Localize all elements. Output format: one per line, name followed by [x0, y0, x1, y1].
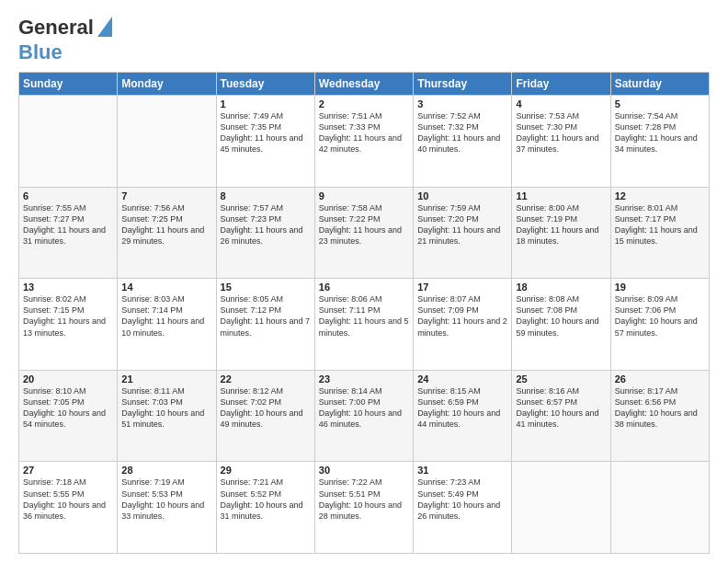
day-info: Sunrise: 7:19 AM Sunset: 5:53 PM Dayligh…	[121, 477, 211, 522]
calendar-body: 1Sunrise: 7:49 AM Sunset: 7:35 PM Daylig…	[19, 96, 710, 554]
column-headers: SundayMondayTuesdayWednesdayThursdayFrid…	[19, 73, 710, 96]
day-info: Sunrise: 7:49 AM Sunset: 7:35 PM Dayligh…	[221, 110, 311, 155]
day-info: Sunrise: 8:02 AM Sunset: 7:15 PM Dayligh…	[23, 293, 113, 339]
day-number: 30	[319, 465, 409, 476]
day-info: Sunrise: 8:08 AM Sunset: 7:08 PM Dayligh…	[516, 293, 606, 339]
day-number: 14	[121, 282, 211, 293]
column-header-monday: Monday	[118, 73, 216, 96]
day-number: 20	[23, 373, 113, 385]
calendar-cell: 20Sunrise: 8:10 AM Sunset: 7:05 PM Dayli…	[19, 370, 118, 462]
day-info: Sunrise: 8:15 AM Sunset: 6:59 PM Dayligh…	[417, 385, 507, 431]
day-info: Sunrise: 8:07 AM Sunset: 7:09 PM Dayligh…	[417, 293, 507, 339]
calendar-cell: 27Sunrise: 7:18 AM Sunset: 5:55 PM Dayli…	[19, 462, 118, 554]
day-number: 10	[417, 190, 507, 201]
calendar-cell: 25Sunrise: 8:16 AM Sunset: 6:57 PM Dayli…	[512, 370, 610, 462]
day-info: Sunrise: 8:10 AM Sunset: 7:05 PM Dayligh…	[23, 385, 113, 431]
column-header-saturday: Saturday	[610, 73, 709, 96]
day-number: 12	[615, 190, 705, 201]
calendar-cell	[512, 462, 610, 554]
svg-marker-0	[97, 17, 112, 37]
column-header-sunday: Sunday	[19, 73, 118, 96]
day-info: Sunrise: 7:56 AM Sunset: 7:25 PM Dayligh…	[121, 202, 211, 247]
calendar-cell: 18Sunrise: 8:08 AM Sunset: 7:08 PM Dayli…	[512, 279, 610, 371]
day-number: 9	[319, 190, 409, 201]
calendar-cell: 5Sunrise: 7:54 AM Sunset: 7:28 PM Daylig…	[610, 96, 709, 188]
day-info: Sunrise: 7:22 AM Sunset: 5:51 PM Dayligh…	[319, 477, 409, 522]
calendar-cell: 11Sunrise: 8:00 AM Sunset: 7:19 PM Dayli…	[512, 187, 610, 279]
logo-general: General	[18, 16, 94, 40]
calendar-cell: 3Sunrise: 7:52 AM Sunset: 7:32 PM Daylig…	[414, 96, 512, 188]
column-header-wednesday: Wednesday	[314, 73, 413, 96]
week-row-5: 27Sunrise: 7:18 AM Sunset: 5:55 PM Dayli…	[19, 462, 710, 554]
day-info: Sunrise: 8:14 AM Sunset: 7:00 PM Dayligh…	[319, 385, 409, 431]
day-info: Sunrise: 7:57 AM Sunset: 7:23 PM Dayligh…	[221, 202, 311, 247]
calendar-cell: 24Sunrise: 8:15 AM Sunset: 6:59 PM Dayli…	[414, 370, 512, 462]
day-number: 18	[516, 282, 606, 293]
calendar-table: SundayMondayTuesdayWednesdayThursdayFrid…	[18, 72, 710, 554]
day-info: Sunrise: 7:54 AM Sunset: 7:28 PM Dayligh…	[615, 110, 705, 155]
day-info: Sunrise: 8:12 AM Sunset: 7:02 PM Dayligh…	[221, 385, 311, 431]
calendar-cell: 30Sunrise: 7:22 AM Sunset: 5:51 PM Dayli…	[314, 462, 413, 554]
calendar-cell: 2Sunrise: 7:51 AM Sunset: 7:33 PM Daylig…	[314, 96, 413, 188]
column-header-thursday: Thursday	[414, 73, 512, 96]
day-info: Sunrise: 8:01 AM Sunset: 7:17 PM Dayligh…	[615, 202, 705, 247]
calendar-cell: 13Sunrise: 8:02 AM Sunset: 7:15 PM Dayli…	[19, 279, 118, 371]
day-number: 25	[516, 373, 606, 385]
day-info: Sunrise: 7:53 AM Sunset: 7:30 PM Dayligh…	[516, 110, 606, 155]
calendar-cell	[118, 96, 216, 188]
day-number: 26	[615, 373, 705, 385]
logo: General Blue	[18, 15, 112, 64]
day-number: 2	[319, 98, 409, 109]
calendar-cell: 6Sunrise: 7:55 AM Sunset: 7:27 PM Daylig…	[19, 187, 118, 279]
calendar-cell: 26Sunrise: 8:17 AM Sunset: 6:56 PM Dayli…	[610, 370, 709, 462]
day-number: 4	[516, 98, 606, 109]
day-info: Sunrise: 8:17 AM Sunset: 6:56 PM Dayligh…	[615, 385, 705, 431]
calendar-cell: 21Sunrise: 8:11 AM Sunset: 7:03 PM Dayli…	[118, 370, 216, 462]
calendar-cell: 17Sunrise: 8:07 AM Sunset: 7:09 PM Dayli…	[414, 279, 512, 371]
day-info: Sunrise: 7:52 AM Sunset: 7:32 PM Dayligh…	[417, 110, 507, 155]
day-number: 24	[417, 373, 507, 385]
day-number: 16	[319, 282, 409, 293]
day-number: 8	[221, 190, 311, 201]
day-number: 27	[23, 465, 113, 476]
calendar-cell: 1Sunrise: 7:49 AM Sunset: 7:35 PM Daylig…	[216, 96, 314, 188]
day-info: Sunrise: 8:05 AM Sunset: 7:12 PM Dayligh…	[221, 293, 311, 339]
week-row-2: 6Sunrise: 7:55 AM Sunset: 7:27 PM Daylig…	[19, 187, 710, 279]
day-number: 31	[417, 465, 507, 476]
week-row-1: 1Sunrise: 7:49 AM Sunset: 7:35 PM Daylig…	[19, 96, 710, 188]
calendar-cell: 10Sunrise: 7:59 AM Sunset: 7:20 PM Dayli…	[414, 187, 512, 279]
calendar-cell: 15Sunrise: 8:05 AM Sunset: 7:12 PM Dayli…	[216, 279, 314, 371]
calendar-cell: 16Sunrise: 8:06 AM Sunset: 7:11 PM Dayli…	[314, 279, 413, 371]
day-info: Sunrise: 7:51 AM Sunset: 7:33 PM Dayligh…	[319, 110, 409, 155]
day-number: 19	[615, 282, 705, 293]
day-number: 22	[221, 373, 311, 385]
day-info: Sunrise: 8:09 AM Sunset: 7:06 PM Dayligh…	[615, 293, 705, 339]
day-info: Sunrise: 7:59 AM Sunset: 7:20 PM Dayligh…	[417, 202, 507, 247]
calendar-cell	[19, 96, 118, 188]
day-number: 29	[221, 465, 311, 476]
column-header-friday: Friday	[512, 73, 610, 96]
day-info: Sunrise: 7:23 AM Sunset: 5:49 PM Dayligh…	[417, 477, 507, 522]
day-number: 17	[417, 282, 507, 293]
day-number: 23	[319, 373, 409, 385]
day-info: Sunrise: 7:18 AM Sunset: 5:55 PM Dayligh…	[23, 477, 113, 522]
day-number: 15	[221, 282, 311, 293]
day-number: 28	[121, 465, 211, 476]
calendar-cell: 23Sunrise: 8:14 AM Sunset: 7:00 PM Dayli…	[314, 370, 413, 462]
week-row-3: 13Sunrise: 8:02 AM Sunset: 7:15 PM Dayli…	[19, 279, 710, 371]
calendar-cell: 12Sunrise: 8:01 AM Sunset: 7:17 PM Dayli…	[610, 187, 709, 279]
day-info: Sunrise: 8:00 AM Sunset: 7:19 PM Dayligh…	[516, 202, 606, 247]
calendar-cell: 9Sunrise: 7:58 AM Sunset: 7:22 PM Daylig…	[314, 187, 413, 279]
column-header-tuesday: Tuesday	[216, 73, 314, 96]
day-info: Sunrise: 8:11 AM Sunset: 7:03 PM Dayligh…	[121, 385, 211, 431]
calendar-cell: 28Sunrise: 7:19 AM Sunset: 5:53 PM Dayli…	[118, 462, 216, 554]
day-number: 1	[221, 98, 311, 109]
calendar-cell: 4Sunrise: 7:53 AM Sunset: 7:30 PM Daylig…	[512, 96, 610, 188]
day-number: 11	[516, 190, 606, 201]
calendar-cell: 29Sunrise: 7:21 AM Sunset: 5:52 PM Dayli…	[216, 462, 314, 554]
day-info: Sunrise: 8:03 AM Sunset: 7:14 PM Dayligh…	[121, 293, 211, 339]
day-number: 5	[615, 98, 705, 109]
calendar-cell: 8Sunrise: 7:57 AM Sunset: 7:23 PM Daylig…	[216, 187, 314, 279]
page: General Blue SundayMondayTuesdayWednesda…	[0, 0, 728, 563]
day-number: 7	[121, 190, 211, 201]
